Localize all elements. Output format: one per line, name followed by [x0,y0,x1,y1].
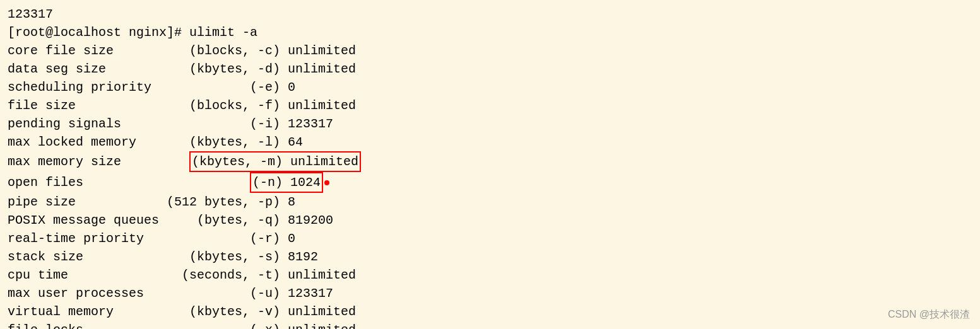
line-file: file size (blocks, -f) unlimited [8,96,972,115]
line-posix: POSIX message queues (bytes, -q) 819200 [8,211,972,229]
line-pid: 123317 [8,5,972,23]
line-cpu: cpu time (seconds, -t) unlimited [8,266,972,284]
line-sched: scheduling priority (-e) 0 [8,78,972,96]
line-memory: max memory size (kbytes, -m) unlimited [8,151,972,172]
line-data: data seg size (kbytes, -d) unlimited [8,60,972,78]
highlight-box-openfiles: (-n) 1024 [250,172,323,193]
watermark: CSDN @技术很渣 [888,308,970,321]
line-realtime: real-time priority (-r) 0 [8,229,972,248]
terminal-window: 123317 [root@localhost nginx]# ulimit -a… [0,0,980,329]
line-openfiles: open files (-n) 1024 [8,172,972,193]
line-core: core file size (blocks, -c) unlimited [8,42,972,60]
line-locked: max locked memory (kbytes, -l) 64 [8,133,972,151]
line-pipe: pipe size (512 bytes, -p) 8 [8,193,972,211]
line-filelocks: file locks (-x) unlimited [8,321,972,329]
line-pending: pending signals (-i) 123317 [8,115,972,133]
red-dot [324,180,329,185]
line-user: max user processes (-u) 123317 [8,284,972,303]
line-virtual: virtual memory (kbytes, -v) unlimited [8,303,972,321]
line-prompt-ulimit: [root@localhost nginx]# ulimit -a [8,23,972,42]
highlight-box-memory: (kbytes, -m) unlimited [189,151,361,172]
line-stack: stack size (kbytes, -s) 8192 [8,248,972,266]
